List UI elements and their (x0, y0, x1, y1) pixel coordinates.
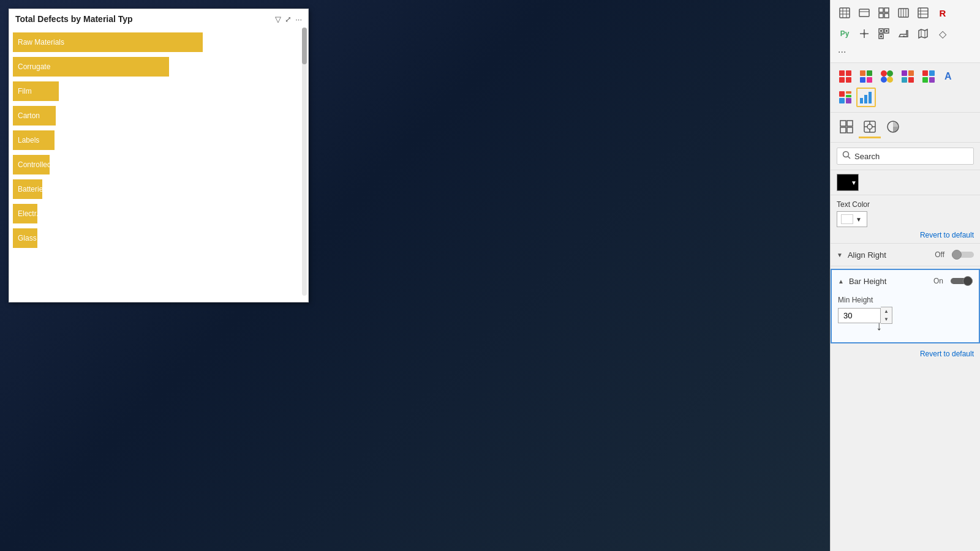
filter-icon[interactable]: ▽ (275, 15, 281, 24)
bar-fill-controlled[interactable]: Controlled (13, 155, 50, 174)
svg-rect-60 (847, 127, 853, 133)
divider-3 (831, 266, 980, 266)
toolbar-icon-bubble[interactable] (894, 24, 913, 43)
text-color-preview (841, 214, 853, 224)
search-icon (842, 151, 851, 162)
chart-panel: Total Defects by Material Typ ▽ ⤢ ··· Ra… (9, 9, 309, 302)
svg-rect-49 (839, 91, 845, 97)
viz-scatter5[interactable] (919, 67, 938, 86)
bar-row: Raw Materials (13, 31, 302, 53)
bar-fill-labels[interactable]: Labels (13, 130, 55, 150)
svg-rect-54 (860, 98, 863, 103)
more-visuals-dots[interactable]: ··· (835, 45, 975, 59)
svg-rect-23 (886, 30, 888, 32)
bar-row: Glass (13, 227, 302, 249)
svg-rect-40 (902, 70, 907, 76)
align-right-toggle[interactable] (952, 250, 974, 260)
bar-row: Batteries (13, 178, 302, 200)
toolbar-icon-card[interactable] (855, 4, 873, 22)
chart-scrollbar[interactable] (302, 28, 307, 296)
min-height-decrement[interactable]: ▼ (881, 315, 892, 323)
toolbar-icon-python[interactable]: Py (835, 24, 854, 43)
tab-format[interactable] (859, 116, 881, 138)
viz-scatter6[interactable]: A (940, 67, 959, 86)
svg-point-38 (881, 77, 887, 83)
bar-fill-raw-materials[interactable]: Raw Materials (13, 32, 203, 52)
revert-default-1[interactable]: Revert to default (831, 227, 980, 243)
svg-rect-0 (840, 8, 850, 18)
svg-rect-46 (922, 77, 928, 83)
toolbar-icon-grid2[interactable] (875, 4, 893, 22)
min-height-spinner: ▲ ▼ (881, 307, 892, 324)
svg-rect-44 (922, 70, 928, 76)
background-color-row: ▼ (831, 170, 980, 195)
min-height-label: Min Height (838, 296, 973, 304)
bar-row: Labels (13, 129, 302, 151)
align-right-chevron[interactable]: ▼ (837, 252, 843, 258)
bar-fill-carton[interactable]: Carton (13, 106, 56, 126)
min-height-increment[interactable]: ▲ (881, 307, 892, 315)
bar-height-chevron[interactable]: ▲ (838, 278, 844, 285)
toolbar-icon-table[interactable] (835, 4, 854, 22)
toolbar-icon-map[interactable] (914, 24, 932, 43)
bar-fill-glass[interactable]: Glass (13, 228, 37, 248)
right-panel: R Py ◇ ··· (830, 0, 980, 551)
icon-toolbar: R Py ◇ ··· (831, 0, 980, 63)
bar-fill-batteries[interactable]: Batteries (13, 179, 42, 199)
text-color-dropdown[interactable]: ▼ (837, 211, 867, 227)
bar-fill-electr.[interactable]: Electr. (13, 204, 37, 223)
toolbar-icon-diamond[interactable]: ◇ (933, 24, 952, 43)
svg-rect-8 (884, 8, 889, 12)
background-color-swatch[interactable]: ▼ (837, 174, 859, 191)
svg-rect-10 (884, 13, 889, 18)
scrollbar-thumb[interactable] (302, 28, 307, 64)
search-input[interactable] (854, 152, 968, 161)
viz-selected[interactable] (856, 88, 876, 107)
toolbar-icon-list[interactable] (894, 4, 913, 22)
svg-rect-59 (840, 127, 846, 133)
chart-header: Total Defects by Material Typ ▽ ⤢ ··· (9, 9, 308, 28)
viz-donut[interactable] (835, 88, 855, 107)
expand-icon[interactable]: ⤢ (285, 15, 292, 24)
revert-default-2[interactable]: Revert to default (831, 346, 980, 362)
viz-scatter1[interactable] (835, 67, 855, 86)
svg-rect-52 (846, 95, 851, 97)
svg-rect-28 (839, 70, 845, 76)
svg-rect-15 (918, 8, 928, 18)
svg-rect-34 (860, 77, 865, 83)
svg-point-36 (881, 70, 887, 77)
svg-rect-47 (929, 77, 935, 83)
svg-rect-57 (840, 121, 846, 126)
svg-rect-21 (880, 30, 882, 32)
main-canvas: Total Defects by Material Typ ▽ ⤢ ··· Ra… (0, 0, 830, 551)
tab-analytics[interactable] (882, 116, 904, 138)
bar-fill-corrugate[interactable]: Corrugate (13, 57, 169, 77)
tab-grid[interactable] (835, 116, 858, 138)
bar-row: Corrugate (13, 56, 302, 78)
bar-height-toggle[interactable] (951, 276, 973, 286)
viz-scatter2[interactable] (856, 67, 876, 86)
more-options-icon[interactable]: ··· (295, 15, 302, 24)
svg-rect-32 (860, 70, 865, 76)
svg-rect-42 (902, 77, 907, 83)
search-box (837, 148, 974, 165)
align-right-section: ▼ Align Right Off (831, 244, 980, 266)
toolbar-icon-decomp[interactable] (855, 24, 873, 43)
bar-height-state: On (933, 277, 943, 285)
toolbar-icon-r[interactable]: R (933, 4, 952, 22)
bar-fill-film[interactable]: Film (13, 81, 59, 101)
svg-rect-45 (929, 70, 935, 76)
toolbar-icon-qrcode[interactable] (875, 24, 893, 43)
min-height-input[interactable]: 30 (838, 308, 881, 323)
svg-rect-30 (839, 77, 845, 83)
search-section (831, 143, 980, 170)
toolbar-row-1: R (835, 4, 975, 22)
text-color-dropdown-arrow: ▼ (856, 216, 862, 223)
viz-scatter3[interactable] (877, 67, 897, 86)
tab-icons (831, 113, 980, 143)
viz-scatter4[interactable] (898, 67, 918, 86)
bar-row: Controlled (13, 154, 302, 176)
svg-rect-56 (869, 92, 872, 103)
toolbar-icon-matrix[interactable] (914, 4, 932, 22)
svg-point-62 (867, 124, 872, 129)
